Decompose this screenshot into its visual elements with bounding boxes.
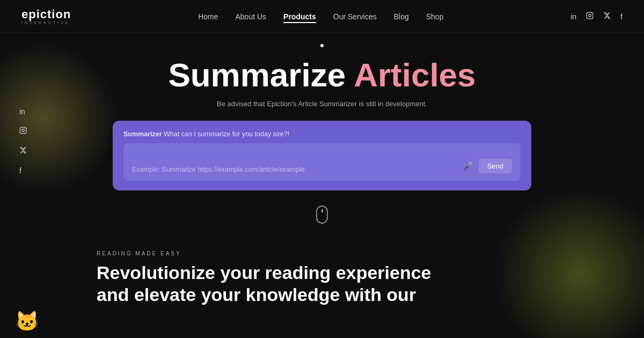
nav-link-shop[interactable]: Shop: [426, 12, 444, 21]
svg-point-5: [25, 128, 25, 129]
nav-item-products[interactable]: Products: [283, 12, 316, 21]
hero-section: Summarize Articles Be advised that Epict…: [0, 33, 644, 190]
hero-subtitle: Be advised that Epiction's Article Summa…: [217, 100, 427, 108]
nav-facebook-icon[interactable]: f: [620, 12, 623, 21]
mascot: 🐱: [15, 310, 39, 333]
chat-header-label: Summarizer: [123, 130, 162, 138]
nav-item-home[interactable]: Home: [198, 12, 218, 21]
nav-item-about-us[interactable]: About Us: [235, 12, 266, 21]
nav-item-blog[interactable]: Blog: [394, 12, 409, 21]
chat-header-question: What can I summarize for you today sire?…: [164, 130, 289, 138]
sidebar-social: in f: [19, 107, 27, 175]
hero-title-white: Summarize: [168, 56, 346, 93]
nav-social-icons: in f: [570, 12, 623, 21]
nav-twitter-icon[interactable]: [603, 12, 611, 21]
sidebar-instagram-icon[interactable]: [19, 127, 27, 136]
bottom-title: Revolutionize your reading experience an…: [97, 262, 472, 306]
sidebar-twitter-icon[interactable]: [19, 146, 27, 156]
send-button[interactable]: Send: [479, 159, 512, 173]
sidebar-linkedin-icon[interactable]: in: [19, 107, 27, 116]
mic-icon[interactable]: 🎤: [463, 161, 473, 171]
logo-main: epiction: [21, 9, 71, 20]
chat-input-placeholder: Example: Summarize https://example.com/a…: [132, 166, 463, 173]
navbar: epiction INTERACTIVE Home About Us Produ…: [0, 0, 644, 33]
bottom-title-line1: Revolutionize your reading experience: [97, 262, 431, 283]
reading-label: READING MADE EASY: [97, 251, 623, 256]
bottom-section: READING MADE EASY Revolutionize your rea…: [0, 234, 644, 306]
hero-dot: [320, 44, 324, 47]
nav-item-our-services[interactable]: Our Services: [333, 12, 377, 21]
scroll-indicator: [0, 205, 644, 224]
nav-link-home[interactable]: Home: [198, 12, 218, 21]
svg-rect-3: [20, 127, 26, 134]
svg-point-4: [22, 129, 25, 132]
mouse-wheel: [321, 209, 323, 212]
chat-box: Summarizer What can I summarize for you …: [113, 121, 531, 190]
chat-header: Summarizer What can I summarize for you …: [123, 130, 521, 138]
hero-title-pink: Articles: [354, 56, 475, 93]
sidebar-facebook-icon[interactable]: f: [19, 166, 27, 175]
nav-item-shop[interactable]: Shop: [426, 12, 444, 21]
nav-link-blog[interactable]: Blog: [394, 12, 409, 21]
svg-point-1: [589, 14, 591, 17]
nav-link-about-us[interactable]: About Us: [235, 12, 266, 21]
mouse-icon: [316, 205, 328, 224]
nav-link-our-services[interactable]: Our Services: [333, 12, 377, 21]
bottom-title-line2: and elevate your knowledge with our: [97, 284, 416, 305]
nav-link-products[interactable]: Products: [283, 12, 316, 23]
logo[interactable]: epiction INTERACTIVE: [21, 9, 71, 25]
chat-input-area[interactable]: Example: Summarize https://example.com/a…: [123, 143, 521, 181]
nav-linkedin-icon[interactable]: in: [570, 12, 576, 21]
svg-point-2: [591, 13, 592, 14]
svg-rect-0: [587, 12, 593, 19]
hero-title: Summarize Articles: [168, 57, 475, 93]
logo-sub: INTERACTIVE: [21, 21, 71, 25]
nav-instagram-icon[interactable]: [586, 12, 594, 21]
nav-links: Home About Us Products Our Services Blog…: [198, 12, 443, 21]
chat-actions: 🎤 Send: [463, 159, 512, 173]
